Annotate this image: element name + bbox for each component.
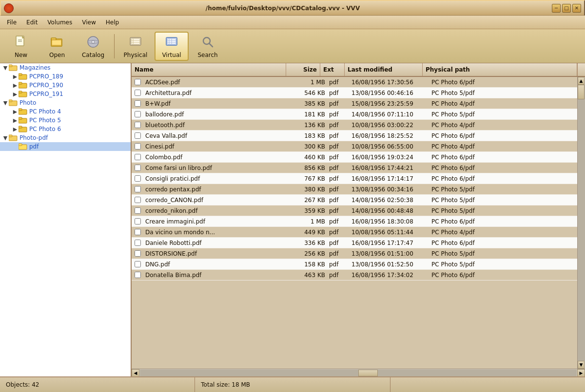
table-row[interactable]: Colombo.pdf460 KBpdf16/08/1956 19:03:24P…: [132, 152, 577, 163]
tree-arrow-magazines[interactable]: ▼: [2, 65, 9, 71]
vertical-scrollbar[interactable]: ▲ ▼: [577, 77, 585, 369]
table-row[interactable]: bluetooth.pdf136 KBpdf10/08/1956 03:00:2…: [132, 120, 577, 131]
checkbox-input-9[interactable]: [135, 175, 141, 182]
checkbox-input-17[interactable]: [135, 261, 141, 267]
checkbox-input-5[interactable]: [135, 132, 141, 139]
file-checkbox-17[interactable]: [132, 261, 143, 267]
checkbox-input-10[interactable]: [135, 186, 141, 192]
table-row[interactable]: Ceva Valla.pdf183 KBpdf16/08/1956 18:25:…: [132, 131, 577, 141]
menu-item-edit[interactable]: Edit: [21, 17, 42, 28]
checkbox-input-8[interactable]: [135, 165, 141, 171]
table-row[interactable]: ACDSee.pdf1 MBpdf16/08/1956 17:30:56PC P…: [132, 77, 577, 88]
file-checkbox-7[interactable]: [132, 154, 143, 160]
horizontal-scrollbar[interactable]: ◀ ▶: [132, 369, 585, 376]
checkbox-input-14[interactable]: [135, 229, 141, 235]
tree-panel[interactable]: ▼Magazines▶PCPRO_189▶PCPRO_190▶PCPRO_191…: [0, 63, 132, 376]
checkbox-input-15[interactable]: [135, 240, 141, 246]
toolbar-btn-physical[interactable]: Physical: [118, 32, 153, 61]
checkbox-input-4[interactable]: [135, 122, 141, 128]
scroll-up-arrow[interactable]: ▲: [578, 77, 585, 85]
scroll-right-arrow[interactable]: ▶: [577, 369, 585, 377]
tree-arrow-pcphoto5[interactable]: ▶: [12, 117, 19, 124]
scroll-thumb-vertical[interactable]: [578, 85, 585, 99]
tree-arrow-pcphoto6[interactable]: ▶: [12, 126, 19, 132]
table-row[interactable]: Daniele Robotti.pdf336 KBpdf16/08/1956 1…: [132, 238, 577, 248]
tree-arrow-photo[interactable]: ▼: [2, 100, 9, 106]
file-checkbox-0[interactable]: [132, 79, 143, 85]
checkbox-input-3[interactable]: [135, 111, 141, 117]
checkbox-input-0[interactable]: [135, 79, 141, 85]
tree-item-pcphoto6[interactable]: ▶PC Photo 6: [0, 125, 131, 133]
checkbox-input-12[interactable]: [135, 207, 141, 214]
table-row[interactable]: Da vicino un mondo n...449 KBpdf10/08/19…: [132, 227, 577, 238]
toolbar-btn-search[interactable]: Search: [191, 32, 225, 61]
table-row[interactable]: Architettura.pdf546 KBpdf13/08/1956 00:4…: [132, 88, 577, 98]
menu-item-volumes[interactable]: Volumes: [42, 17, 77, 28]
tree-item-pdf[interactable]: pdf: [0, 142, 131, 151]
table-row[interactable]: Creare immagini.pdf1 MBpdf16/08/1956 18:…: [132, 216, 577, 227]
file-checkbox-16[interactable]: [132, 250, 143, 257]
tree-item-pcpro191[interactable]: ▶PCPRO_191: [0, 90, 131, 98]
menu-item-help[interactable]: Help: [101, 17, 124, 28]
tree-item-pcphoto5[interactable]: ▶PC Photo 5: [0, 116, 131, 125]
scroll-track-vertical[interactable]: [578, 85, 585, 361]
file-checkbox-11[interactable]: [132, 197, 143, 203]
tree-arrow-pcpro190[interactable]: ▶: [12, 82, 19, 89]
table-row[interactable]: B+W.pdf385 KBpdf15/08/1956 23:25:59PC Ph…: [132, 98, 577, 109]
checkbox-input-13[interactable]: [135, 218, 141, 224]
scroll-left-arrow[interactable]: ◀: [132, 369, 139, 377]
file-checkbox-2[interactable]: [132, 100, 143, 107]
checkbox-input-1[interactable]: [135, 90, 141, 96]
tree-item-photo[interactable]: ▼Photo: [0, 98, 131, 107]
scroll-thumb-horizontal[interactable]: [358, 370, 378, 376]
file-checkbox-5[interactable]: [132, 132, 143, 139]
table-row[interactable]: DNG.pdf158 KBpdf13/08/1956 01:52:50PC Ph…: [132, 259, 577, 270]
checkbox-input-18[interactable]: [135, 272, 141, 278]
checkbox-input-16[interactable]: [135, 250, 141, 257]
maximize-button[interactable]: □: [562, 4, 571, 13]
toolbar-btn-open[interactable]: Open: [40, 32, 74, 61]
file-checkbox-13[interactable]: [132, 218, 143, 224]
tree-arrow-pcphoto4[interactable]: ▶: [12, 109, 19, 115]
table-row[interactable]: corredo_CANON.pdf267 KBpdf14/08/1956 02:…: [132, 195, 577, 205]
table-row[interactable]: Come farsi un libro.pdf856 KBpdf16/08/19…: [132, 163, 577, 173]
file-checkbox-4[interactable]: [132, 122, 143, 128]
tree-arrow-pcpro191[interactable]: ▶: [12, 91, 19, 97]
table-row[interactable]: corredo_nikon.pdf359 KBpdf14/08/1956 00:…: [132, 205, 577, 216]
scroll-track-horizontal[interactable]: [140, 370, 577, 376]
table-row[interactable]: Consigli pratici.pdf767 KBpdf16/08/1956 …: [132, 173, 577, 184]
file-checkbox-14[interactable]: [132, 229, 143, 235]
tree-item-photopdf[interactable]: ▼Photo-pdf: [0, 133, 131, 142]
toolbar-btn-catalog[interactable]: Catalog: [76, 32, 110, 61]
toolbar-btn-virtual[interactable]: Virtual: [155, 32, 189, 61]
checkbox-input-2[interactable]: [135, 100, 141, 107]
file-checkbox-8[interactable]: [132, 165, 143, 171]
checkbox-input-11[interactable]: [135, 197, 141, 203]
toolbar-btn-new[interactable]: New: [4, 32, 38, 61]
table-row[interactable]: corredo pentax.pdf380 KBpdf13/08/1956 00…: [132, 184, 577, 195]
table-row[interactable]: Cinesi.pdf300 KBpdf10/08/1956 06:55:00PC…: [132, 141, 577, 152]
table-row[interactable]: ballodore.pdf181 KBpdf14/08/1956 07:11:1…: [132, 109, 577, 120]
tree-arrow-pcpro189[interactable]: ▶: [12, 74, 19, 80]
file-checkbox-18[interactable]: [132, 272, 143, 278]
file-checkbox-6[interactable]: [132, 143, 143, 149]
file-checkbox-12[interactable]: [132, 207, 143, 214]
menu-item-file[interactable]: File: [2, 17, 21, 28]
file-checkbox-1[interactable]: [132, 90, 143, 96]
file-checkbox-3[interactable]: [132, 111, 143, 117]
table-row[interactable]: DISTORSIONE.pdf256 KBpdf13/08/1956 01:51…: [132, 248, 577, 259]
minimize-button[interactable]: ─: [552, 4, 561, 13]
tree-item-magazines[interactable]: ▼Magazines: [0, 63, 131, 72]
table-row[interactable]: Donatella Bima.pdf463 KBpdf16/08/1956 17…: [132, 270, 577, 280]
file-checkbox-9[interactable]: [132, 175, 143, 182]
checkbox-input-6[interactable]: [135, 143, 141, 149]
close-button[interactable]: ✕: [572, 4, 581, 13]
tree-item-pcpro189[interactable]: ▶PCPRO_189: [0, 72, 131, 81]
file-checkbox-15[interactable]: [132, 240, 143, 246]
menu-item-view[interactable]: View: [77, 17, 100, 28]
tree-item-pcphoto4[interactable]: ▶PC Photo 4: [0, 107, 131, 116]
tree-arrow-photopdf[interactable]: ▼: [2, 135, 9, 141]
tree-item-pcpro190[interactable]: ▶PCPRO_190: [0, 81, 131, 90]
file-checkbox-10[interactable]: [132, 186, 143, 192]
checkbox-input-7[interactable]: [135, 154, 141, 160]
